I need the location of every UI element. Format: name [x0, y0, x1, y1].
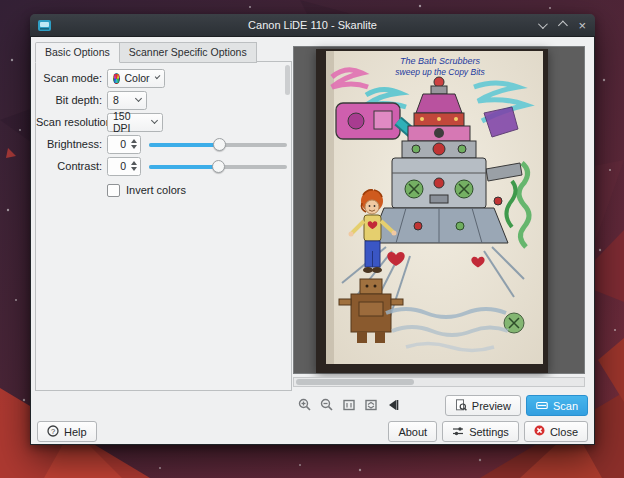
slider-handle[interactable]: [212, 160, 225, 173]
color-wheel-icon: [113, 73, 120, 84]
brightness-row: Brightness: 0: [36, 134, 291, 154]
preview-panel: The Bath Scrubbers sweep up the Copy Bit…: [293, 46, 585, 374]
resolution-select[interactable]: 150 DPI: [107, 113, 163, 132]
settings-button-label: Settings: [469, 426, 509, 438]
preview-button-label: Preview: [472, 400, 511, 412]
footer-left: ? Help: [37, 421, 97, 442]
options-scrollbar[interactable]: [285, 65, 290, 95]
brightness-spinbox[interactable]: 0: [107, 135, 141, 154]
contrast-value: 0: [108, 160, 127, 172]
resolution-label: Scan resolution:: [36, 116, 102, 128]
bit-depth-row: Bit depth: 8: [36, 90, 291, 110]
brightness-label: Brightness:: [36, 138, 102, 150]
collapse-panel-icon[interactable]: [386, 398, 400, 412]
drawing-caption-line2: sweep up the Copy Bits: [395, 67, 485, 77]
window-title: Canon LiDE 110 - Skanlite: [30, 19, 595, 31]
scanner-icon: [536, 399, 548, 413]
settings-button[interactable]: Settings: [442, 421, 519, 442]
resolution-row: Scan resolution: 150 DPI: [36, 112, 291, 132]
close-red-icon: [534, 425, 545, 438]
invert-colors-label: Invert colors: [126, 184, 186, 196]
brightness-slider[interactable]: [149, 135, 287, 154]
resolution-value: 150 DPI: [113, 110, 146, 134]
spin-down-icon[interactable]: [131, 145, 137, 149]
slider-handle[interactable]: [213, 138, 226, 151]
document-magnifier-icon: [455, 399, 467, 413]
scan-mode-value: Color: [124, 72, 149, 84]
skanlite-window: Canon LiDE 110 - Skanlite × Basic Option…: [30, 14, 595, 445]
spin-arrows: [127, 161, 140, 171]
scan-button[interactable]: Scan: [526, 395, 588, 416]
scrollbar-thumb[interactable]: [296, 379, 414, 385]
minimize-button[interactable]: [538, 22, 546, 30]
preview-horizontal-scrollbar[interactable]: [293, 377, 585, 387]
footer-right: About Settings Close: [388, 421, 588, 442]
close-window-button[interactable]: ×: [578, 14, 586, 37]
spin-up-icon[interactable]: [131, 139, 137, 143]
spin-down-icon[interactable]: [131, 167, 137, 171]
svg-text:?: ?: [51, 426, 55, 435]
scan-preview-image[interactable]: The Bath Scrubbers sweep up the Copy Bit…: [316, 49, 548, 373]
tab-bar: Basic Options Scanner Specific Options: [35, 42, 257, 63]
window-controls: ×: [538, 14, 586, 37]
contrast-spinbox[interactable]: 0: [107, 157, 141, 176]
scan-action-row: Preview Scan: [445, 395, 588, 416]
scan-mode-label: Scan mode:: [36, 72, 102, 84]
slider-fill: [149, 165, 218, 169]
tab-scanner-specific-options[interactable]: Scanner Specific Options: [120, 42, 257, 63]
zoom-out-icon[interactable]: [320, 398, 334, 412]
bit-depth-label: Bit depth:: [36, 94, 102, 106]
help-button-label: Help: [64, 426, 87, 438]
window-body: Basic Options Scanner Specific Options S…: [30, 37, 595, 445]
scan-button-label: Scan: [553, 400, 578, 412]
zoom-in-icon[interactable]: [298, 398, 312, 412]
scan-mode-select[interactable]: Color: [107, 69, 165, 88]
invert-colors-row: Invert colors: [36, 180, 291, 200]
zoom-toolbar: [298, 398, 400, 412]
titlebar[interactable]: Canon LiDE 110 - Skanlite ×: [30, 14, 595, 37]
contrast-label: Contrast:: [36, 160, 102, 172]
help-icon: ?: [47, 425, 59, 439]
settings-sliders-icon: [452, 425, 464, 439]
help-button[interactable]: ? Help: [37, 421, 97, 442]
about-button-label: About: [398, 426, 427, 438]
chevron-down-icon: [154, 74, 160, 80]
app-icon: [37, 18, 52, 33]
brightness-value: 0: [108, 138, 127, 150]
bit-depth-value: 8: [113, 94, 130, 106]
invert-colors-checkbox[interactable]: [107, 184, 120, 197]
drawing-caption-line1: The Bath Scrubbers: [400, 56, 481, 66]
chevron-down-icon: [135, 95, 142, 102]
zoom-fit-icon[interactable]: [364, 398, 378, 412]
chevron-down-icon: [151, 117, 158, 124]
spin-arrows: [127, 139, 140, 149]
maximize-button[interactable]: [558, 22, 566, 30]
bit-depth-select[interactable]: 8: [107, 91, 147, 110]
preview-button[interactable]: Preview: [445, 395, 521, 416]
contrast-row: Contrast: 0: [36, 156, 291, 176]
scan-mode-row: Scan mode: Color: [36, 68, 291, 88]
about-button[interactable]: About: [388, 421, 437, 442]
spin-up-icon[interactable]: [131, 161, 137, 165]
contrast-slider[interactable]: [149, 157, 287, 176]
options-panel: Scan mode: Color Bit depth: 8 Scan resol…: [35, 61, 292, 391]
close-button-label: Close: [550, 426, 578, 438]
slider-fill: [149, 143, 219, 147]
close-button[interactable]: Close: [524, 421, 588, 442]
zoom-actual-size-icon[interactable]: [342, 398, 356, 412]
tab-basic-options[interactable]: Basic Options: [35, 42, 120, 63]
